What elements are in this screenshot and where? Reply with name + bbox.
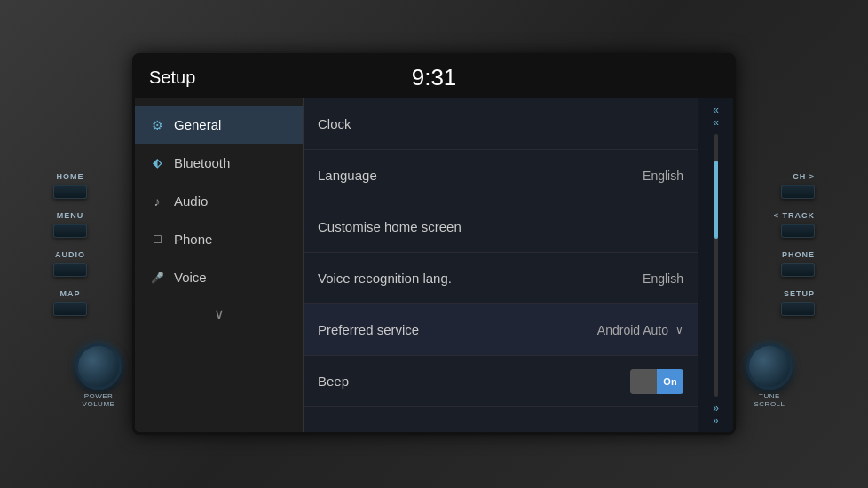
scroll-control: «« »»: [698, 98, 733, 432]
menu-label: MENU: [57, 211, 84, 220]
tune-scroll-knob[interactable]: [746, 343, 793, 390]
voice-lang-setting-label: Voice recognition lang.: [318, 271, 452, 286]
sidebar-more-button[interactable]: ∨: [135, 296, 303, 331]
scroll-up-icon: ««: [713, 104, 719, 129]
right-control-panel: CH > < TRACK PHONE SETUP: [774, 172, 815, 316]
language-setting-value: English: [643, 169, 683, 183]
left-control-panel: HOME MENU AUDIO MAP: [53, 172, 87, 316]
ch-button[interactable]: [781, 185, 815, 199]
home-button[interactable]: [53, 185, 87, 199]
beep-toggle[interactable]: On: [630, 369, 683, 394]
map-button-area[interactable]: MAP: [53, 289, 87, 316]
scroll-down-button[interactable]: »»: [702, 400, 730, 429]
settings-sidebar: ⚙ General ⬖ Bluetooth ♪ Audio ☐ Phone 🎤 …: [135, 98, 304, 432]
sidebar-item-audio[interactable]: ♪ Audio: [135, 182, 303, 220]
scroll-track: [714, 134, 718, 397]
power-volume-knob[interactable]: [75, 343, 122, 390]
track-button-area[interactable]: < TRACK: [774, 211, 815, 238]
ch-label: CH >: [793, 172, 815, 181]
sidebar-item-voice[interactable]: 🎤 Voice: [135, 258, 303, 296]
phone-label: PHONE: [782, 250, 815, 259]
audio-label: AUDIO: [55, 250, 85, 259]
preferred-service-label: Preferred service: [318, 322, 419, 337]
audio-label: Audio: [174, 193, 208, 209]
menu-button[interactable]: [53, 224, 87, 238]
track-label: < TRACK: [774, 211, 815, 220]
setup-button-area[interactable]: SETUP: [774, 289, 815, 316]
beep-setting-label: Beep: [318, 374, 349, 389]
menu-button-area[interactable]: MENU: [53, 211, 87, 238]
settings-content: Clock Language English Customise home sc…: [304, 98, 733, 432]
language-setting-row[interactable]: Language English: [304, 150, 698, 201]
toggle-off-state: [630, 369, 657, 394]
phone-label: Phone: [174, 232, 212, 247]
clock-setting-row[interactable]: Clock: [304, 98, 698, 150]
tune-scroll-knob-area: TUNESCROLL: [746, 343, 793, 408]
audio-button[interactable]: [53, 263, 87, 277]
header-bar: Setup 9:31: [135, 56, 733, 98]
map-label: MAP: [60, 289, 81, 298]
dropdown-arrow-icon: ∨: [675, 324, 683, 336]
sidebar-item-phone[interactable]: ☐ Phone: [135, 220, 303, 258]
content-area: ⚙ General ⬖ Bluetooth ♪ Audio ☐ Phone 🎤 …: [135, 98, 733, 432]
map-button[interactable]: [53, 302, 87, 316]
language-setting-right: English: [643, 169, 683, 183]
general-label: General: [174, 117, 221, 132]
phone-button-area[interactable]: PHONE: [774, 250, 815, 277]
home-label: HOME: [57, 172, 84, 181]
bluetooth-label: Bluetooth: [174, 155, 230, 170]
scroll-thumb: [714, 161, 718, 240]
page-title: Setup: [149, 67, 195, 88]
voice-lang-setting-right: English: [643, 272, 683, 286]
toggle-on-state: On: [657, 369, 683, 394]
language-setting-label: Language: [318, 168, 377, 183]
music-note-icon: ♪: [149, 194, 165, 209]
preferred-service-right[interactable]: Android Auto ∨: [597, 323, 683, 337]
gear-icon: ⚙: [149, 118, 165, 132]
home-button-area[interactable]: HOME: [53, 172, 87, 199]
audio-button-area[interactable]: AUDIO: [53, 250, 87, 277]
voice-lang-setting-row[interactable]: Voice recognition lang. English: [304, 253, 698, 304]
preferred-service-value: Android Auto: [597, 323, 668, 337]
voice-label: Voice: [174, 270, 207, 285]
phone-icon: ☐: [149, 233, 165, 246]
phone-button[interactable]: [781, 263, 815, 277]
power-volume-label: POWERVOLUME: [75, 392, 122, 408]
setup-label: SETUP: [784, 289, 815, 298]
clock-setting-label: Clock: [318, 116, 351, 131]
sidebar-item-bluetooth[interactable]: ⬖ Bluetooth: [135, 144, 303, 182]
track-button[interactable]: [781, 224, 815, 238]
beep-setting-row[interactable]: Beep On: [304, 356, 698, 407]
settings-list: Clock Language English Customise home sc…: [304, 98, 698, 407]
clock-display: 9:31: [412, 64, 457, 91]
customise-setting-row[interactable]: Customise home screen: [304, 201, 698, 253]
microphone-icon: 🎤: [149, 272, 165, 284]
scroll-up-button[interactable]: ««: [702, 102, 730, 130]
main-screen: Setup 9:31 ⚙ General ⬖ Bluetooth ♪ Audio…: [132, 53, 736, 435]
preferred-service-setting-row[interactable]: Preferred service Android Auto ∨: [304, 304, 698, 356]
customise-setting-label: Customise home screen: [318, 219, 462, 234]
bluetooth-icon: ⬖: [149, 156, 165, 169]
tune-scroll-label: TUNESCROLL: [746, 392, 793, 408]
sidebar-item-general[interactable]: ⚙ General: [135, 106, 303, 144]
beep-setting-right[interactable]: On: [630, 369, 683, 394]
ch-button-area[interactable]: CH >: [774, 172, 815, 199]
power-volume-knob-area: POWERVOLUME: [75, 343, 122, 408]
chevron-down-icon: ∨: [214, 305, 225, 322]
toggle-track[interactable]: On: [630, 369, 683, 394]
scroll-down-icon: »»: [713, 402, 719, 427]
voice-lang-setting-value: English: [643, 272, 683, 286]
setup-button[interactable]: [781, 302, 815, 316]
